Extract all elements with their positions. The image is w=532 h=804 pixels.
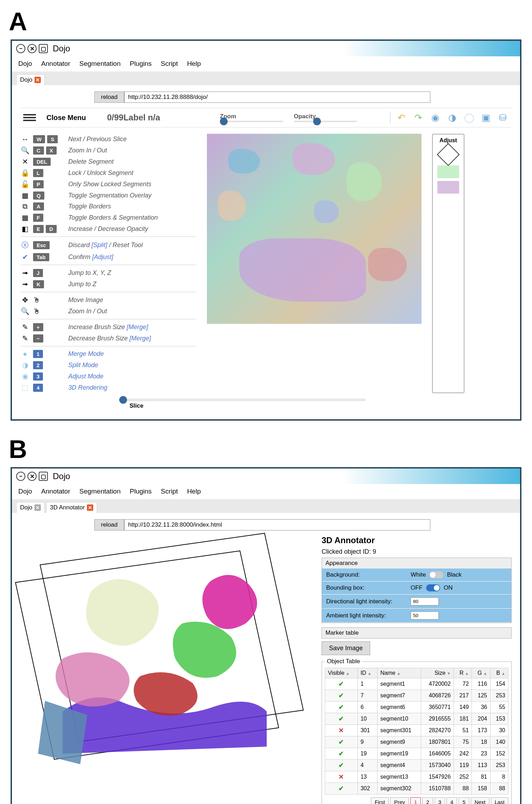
close-icon[interactable]: ✕ bbox=[27, 472, 37, 481]
tab[interactable]: 3D Annotator✕ bbox=[46, 502, 97, 513]
table-cell: 301 bbox=[357, 725, 377, 736]
close-menu-label[interactable]: Close Menu bbox=[46, 114, 86, 122]
adjust-icon[interactable]: ◯ bbox=[463, 112, 475, 124]
maximize-icon[interactable]: ▢ bbox=[39, 44, 48, 53]
table-row[interactable]: ✔9segment918078017518140 bbox=[325, 736, 508, 748]
database-icon[interactable]: ⛁ bbox=[497, 112, 509, 124]
pager-last[interactable]: Last bbox=[491, 797, 508, 804]
menu-script[interactable]: Script bbox=[161, 488, 178, 495]
bbox-toggle[interactable] bbox=[426, 584, 440, 591]
pager-page[interactable]: 5 bbox=[458, 797, 469, 804]
pager-page[interactable]: 3 bbox=[435, 797, 445, 804]
save-image-button[interactable]: Save Image bbox=[322, 641, 370, 655]
pager-page[interactable]: 2 bbox=[422, 797, 433, 804]
undo-icon[interactable]: ↶ bbox=[395, 112, 407, 124]
pager-prev[interactable]: Prev bbox=[390, 797, 409, 804]
menu-dojo[interactable]: Dojo bbox=[18, 60, 32, 68]
menu-script[interactable]: Script bbox=[161, 60, 178, 68]
column-header[interactable]: ID▲ bbox=[357, 668, 377, 678]
column-header[interactable]: G▲ bbox=[472, 668, 490, 678]
menu-dojo[interactable]: Dojo bbox=[18, 488, 32, 495]
tab-dojo[interactable]: Dojo ✕ bbox=[16, 74, 45, 85]
menu-segmentation[interactable]: Segmentation bbox=[79, 60, 120, 68]
url-input[interactable] bbox=[124, 519, 430, 530]
menu-segmentation[interactable]: Segmentation bbox=[79, 488, 120, 495]
column-header[interactable]: B▲ bbox=[490, 668, 508, 678]
window-a: − ✕ ▢ Dojo DojoAnnotatorSegmentationPlug… bbox=[11, 39, 521, 421]
cube-3d-icon[interactable]: ▣ bbox=[480, 112, 492, 124]
table-row[interactable]: ✔4segment41573040119113253 bbox=[325, 760, 508, 771]
appearance-header[interactable]: Appearance bbox=[322, 558, 511, 569]
column-header[interactable]: Visible▲ bbox=[325, 668, 358, 678]
eraser-icon[interactable] bbox=[437, 143, 460, 166]
table-cell: ✔ bbox=[325, 736, 358, 748]
column-header[interactable]: R▲ bbox=[454, 668, 471, 678]
tab[interactable]: Dojo✕ bbox=[16, 502, 45, 513]
pager-page[interactable]: 4 bbox=[446, 797, 457, 804]
menu-icon[interactable] bbox=[23, 114, 36, 121]
table-row[interactable]: ✔7segment74068726217125253 bbox=[325, 690, 508, 702]
segmentation-viewport[interactable] bbox=[207, 134, 422, 324]
shortcut-row: ◉3Adjust Mode bbox=[20, 371, 196, 382]
table-row[interactable]: ✕13segment131547926252818 bbox=[325, 771, 508, 783]
table-row[interactable]: ✕301segment30128242705117330 bbox=[325, 725, 508, 736]
table-cell: 9 bbox=[357, 736, 377, 748]
url-input[interactable] bbox=[124, 92, 430, 103]
shortcut-desc: Decrease Brush Size [Merge] bbox=[68, 335, 196, 342]
menu-help[interactable]: Help bbox=[187, 488, 201, 495]
tabstrip: Dojo ✕ bbox=[12, 71, 520, 85]
bbox-row: Bounding box: OFF ON bbox=[322, 582, 511, 595]
shortcut-row: ⓧEscDiscard [Split] / Reset Tool bbox=[20, 239, 196, 251]
tab-close-icon[interactable]: ✕ bbox=[34, 504, 41, 511]
table-row[interactable]: ✔10segment102916555181204153 bbox=[325, 713, 508, 725]
redo-icon[interactable]: ↷ bbox=[412, 112, 424, 124]
minimize-icon[interactable]: − bbox=[16, 472, 25, 481]
pager-first[interactable]: First bbox=[371, 797, 389, 804]
object-table-fieldset: Object Table Visible▲ID▲Name▲Size▼R▲G▲B▲… bbox=[322, 658, 512, 804]
pager-next[interactable]: Next bbox=[471, 797, 489, 804]
menu-plugins[interactable]: Plugins bbox=[130, 60, 152, 68]
table-row[interactable]: ✔1segment1472000272116154 bbox=[325, 678, 508, 690]
slice-slider[interactable] bbox=[119, 399, 365, 401]
object-table-title: Object Table bbox=[325, 658, 362, 665]
shortcut-desc: Zoom In / Out bbox=[68, 308, 196, 315]
minimize-icon[interactable]: − bbox=[16, 44, 25, 53]
table-cell: segment9 bbox=[377, 736, 421, 748]
background-toggle[interactable] bbox=[429, 571, 443, 578]
key-badge: W bbox=[33, 135, 45, 143]
maximize-icon[interactable]: ▢ bbox=[39, 472, 48, 481]
dir-light-input[interactable] bbox=[411, 597, 439, 605]
column-header[interactable]: Size▼ bbox=[421, 668, 454, 678]
table-cell: 253 bbox=[490, 760, 508, 771]
menu-annotator[interactable]: Annotator bbox=[41, 488, 70, 495]
menu-help[interactable]: Help bbox=[187, 60, 201, 68]
3d-render-viewport[interactable] bbox=[20, 535, 315, 789]
menu-annotator[interactable]: Annotator bbox=[41, 60, 70, 68]
amb-light-input[interactable] bbox=[411, 611, 439, 620]
split-icon[interactable]: ◑ bbox=[446, 112, 458, 124]
tab-label: Dojo bbox=[20, 504, 32, 511]
marker-table-header[interactable]: Marker table bbox=[322, 627, 512, 639]
table-row[interactable]: ✔6segment636507711493655 bbox=[325, 702, 508, 713]
table-row[interactable]: ✔19segment19164600524223152 bbox=[325, 748, 508, 760]
color-swatch-2[interactable] bbox=[437, 181, 459, 194]
tab-close-icon[interactable]: ✕ bbox=[87, 504, 93, 511]
color-swatch-1[interactable] bbox=[437, 165, 459, 178]
amb-light-row: Ambient light intensity: bbox=[322, 609, 511, 623]
reload-button[interactable]: reload bbox=[94, 519, 124, 530]
table-cell: 19 bbox=[357, 748, 377, 760]
table-row[interactable]: ✔302segment30215107888815888 bbox=[325, 783, 508, 794]
shortcut-desc: Toggle Borders bbox=[68, 203, 196, 210]
reload-button[interactable]: reload bbox=[94, 92, 124, 103]
tab-close-icon[interactable]: ✕ bbox=[34, 77, 41, 83]
column-header[interactable]: Name▲ bbox=[377, 668, 421, 678]
shortcut-desc: Toggle Segmentation Overlay bbox=[68, 192, 196, 199]
opacity-slider[interactable] bbox=[294, 121, 357, 122]
zoom-slider[interactable] bbox=[220, 121, 283, 122]
page-label: 0/99Label n/a bbox=[107, 113, 160, 123]
merge-icon[interactable]: ◉ bbox=[429, 112, 441, 124]
close-icon[interactable]: ✕ bbox=[27, 44, 37, 53]
shortcut-desc: Increase Brush Size [Merge] bbox=[68, 324, 196, 331]
pager-page[interactable]: 1 bbox=[410, 797, 421, 804]
menu-plugins[interactable]: Plugins bbox=[130, 488, 152, 495]
